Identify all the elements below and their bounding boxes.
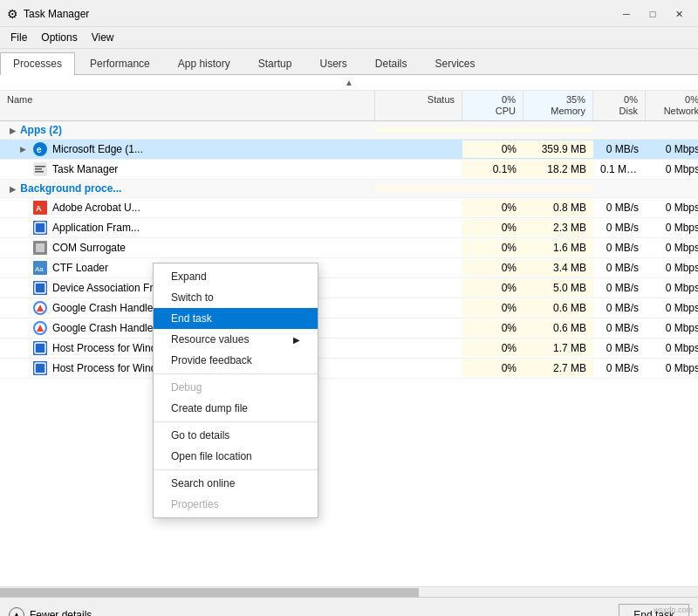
process-edge-status — [375, 147, 462, 152]
ctfloader-icon: Aa — [33, 261, 47, 275]
close-button[interactable]: ✕ — [667, 5, 691, 23]
window-controls: ─ □ ✕ — [614, 5, 691, 23]
expand-edge-arrow[interactable]: ▶ — [17, 144, 28, 154]
table-row[interactable]: A Adobe Acrobat U... 0% 0.8 MB 0 MB/s 0 … — [0, 198, 698, 218]
ctx-debug-label: Debug — [171, 381, 202, 394]
process-taskmgr-disk: 0.1 MB/s — [593, 161, 646, 178]
deviceassoc-icon — [33, 281, 47, 295]
process-taskmgr-label: Task Manager — [52, 163, 118, 175]
process-appframe-name: Application Fram... — [0, 218, 375, 237]
winhost1-icon — [33, 341, 47, 355]
menu-file[interactable]: File — [3, 29, 34, 46]
svg-rect-3 — [35, 166, 45, 168]
context-menu: Expand Switch to End task Resource value… — [153, 263, 318, 518]
group-apps-network — [646, 127, 698, 133]
group-apps-cpu — [462, 127, 524, 133]
table-row[interactable]: Google Crash Handler 0% 0.6 MB 0 MB/s 0 … — [0, 298, 698, 318]
process-taskmgr-name: ▶ Task Manager — [0, 160, 375, 179]
table-row[interactable]: Google Crash Handler (32 bit) 0% 0.6 MB … — [0, 318, 698, 339]
expand-bg-arrow[interactable]: ▶ — [7, 184, 17, 195]
table-row[interactable]: Aa CTF Loader 0% 3.4 MB 0 MB/s 0 Mbps — [0, 258, 698, 278]
ctx-create-dump-label: Create dump file — [171, 402, 248, 414]
tab-bar: Processes Performance App history Startu… — [0, 49, 698, 75]
ctx-search-online[interactable]: Search online — [154, 473, 318, 494]
window-title: Task Manager — [24, 8, 89, 20]
table-row[interactable]: Application Fram... 0% 2.3 MB 0 MB/s 0 M… — [0, 218, 698, 238]
group-apps: ▶ Apps (2) — [0, 121, 698, 140]
tab-details[interactable]: Details — [362, 52, 421, 74]
process-edge-name: ▶ e Microsoft Edge (1... — [0, 140, 375, 159]
ctx-resource-values[interactable]: Resource values ▶ — [154, 329, 318, 350]
bottom-bar: ▲ Fewer details End task — [0, 597, 698, 616]
col-header-memory[interactable]: 35%Memory — [524, 91, 593, 120]
menu-options[interactable]: Options — [34, 29, 84, 46]
ctx-go-to-details[interactable]: Go to details — [154, 425, 318, 446]
h-scroll-thumb[interactable] — [0, 588, 419, 597]
table-row[interactable]: ▶ e Microsoft Edge (1... 0% 359.9 MB 0 M… — [0, 140, 698, 160]
ctx-end-task[interactable]: End task — [154, 308, 318, 329]
col-header-name[interactable]: Name — [0, 91, 375, 120]
table-row[interactable]: ▶ Task Manager 0.1% 18.2 MB 0.1 MB/s 0 M… — [0, 160, 698, 180]
tab-startup[interactable]: Startup — [245, 52, 305, 74]
group-apps-label: ▶ Apps (2) — [0, 121, 375, 139]
maximize-button[interactable]: □ — [640, 5, 665, 23]
ctx-provide-feedback-label: Provide feedback — [171, 354, 252, 366]
svg-text:e: e — [37, 145, 42, 154]
app-icon: ⚙ — [7, 7, 18, 21]
svg-rect-5 — [35, 171, 44, 173]
minimize-button[interactable]: ─ — [614, 5, 639, 23]
svg-rect-4 — [35, 168, 42, 170]
ctx-provide-feedback[interactable]: Provide feedback — [154, 350, 318, 371]
tab-services[interactable]: Services — [422, 52, 489, 74]
group-apps-status — [375, 127, 462, 133]
table-row[interactable]: Host Process for Windows Tasks 0% 1.7 MB… — [0, 339, 698, 359]
googlecrash32-icon — [33, 321, 47, 335]
tab-app-history[interactable]: App history — [165, 52, 243, 74]
menu-view[interactable]: View — [85, 29, 121, 46]
tab-processes[interactable]: Processes — [0, 52, 75, 75]
group-background-label: ▶ Background proce... — [0, 180, 375, 197]
process-comsurrogate-label: COM Surrogate — [52, 242, 126, 254]
ctx-search-online-label: Search online — [171, 477, 235, 489]
group-background: ▶ Background proce... — [0, 180, 698, 198]
appframe-icon — [33, 221, 47, 235]
svg-rect-11 — [36, 243, 44, 252]
process-edge-cpu: 0% — [462, 140, 524, 158]
ctx-create-dump[interactable]: Create dump file — [154, 398, 318, 419]
collapse-button[interactable]: ▲ — [345, 78, 353, 87]
col-header-network[interactable]: 0%Network — [646, 91, 698, 120]
process-list[interactable]: ▶ Apps (2) ▶ e Microsoft Edge (1... 0% 3… — [0, 121, 698, 586]
ctx-switch-to[interactable]: Switch to — [154, 287, 318, 308]
fewer-details-button[interactable]: ▲ Fewer details — [9, 607, 92, 617]
process-ctfloader-label: CTF Loader — [52, 262, 108, 274]
title-bar: ⚙ Task Manager ─ □ ✕ — [0, 0, 698, 27]
tab-performance[interactable]: Performance — [77, 52, 163, 74]
ctx-expand[interactable]: Expand — [154, 266, 318, 287]
process-appframe-label: Application Fram... — [52, 222, 140, 234]
googlecrash-icon — [33, 301, 47, 315]
col-header-status[interactable]: Status — [375, 91, 462, 120]
table-header: Name Status 0%CPU 35%Memory 0%Disk 0%Net… — [0, 91, 698, 121]
ctx-switch-to-label: Switch to — [171, 291, 214, 304]
taskmgr-icon — [33, 162, 47, 176]
col-header-cpu[interactable]: 0%CPU — [462, 91, 524, 120]
ctx-expand-label: Expand — [171, 270, 207, 283]
fewer-details-label: Fewer details — [30, 609, 92, 617]
ctx-debug: Debug — [154, 377, 318, 398]
ctx-resource-values-label: Resource values — [171, 333, 249, 346]
table-row[interactable]: COM Surrogate 0% 1.6 MB 0 MB/s 0 Mbps — [0, 238, 698, 258]
horizontal-scrollbar[interactable] — [0, 586, 698, 597]
expand-apps-arrow[interactable]: ▶ — [7, 126, 17, 136]
table-row[interactable]: Host Process for Windows Tasks 0% 2.7 MB… — [0, 359, 698, 379]
process-acrobat-name: A Adobe Acrobat U... — [0, 198, 375, 217]
process-edge-memory: 359.9 MB — [524, 140, 593, 158]
process-taskmgr-cpu: 0.1% — [462, 161, 524, 178]
winhost2-icon — [33, 361, 47, 375]
ctx-separator-1 — [154, 373, 318, 374]
col-header-disk[interactable]: 0%Disk — [593, 91, 646, 120]
ctx-open-file-location[interactable]: Open file location — [154, 446, 318, 467]
ctx-properties: Properties — [154, 494, 318, 515]
group-apps-disk — [593, 127, 646, 133]
tab-users[interactable]: Users — [306, 52, 359, 74]
table-row[interactable]: Device Association Framework... 0% 5.0 M… — [0, 278, 698, 298]
